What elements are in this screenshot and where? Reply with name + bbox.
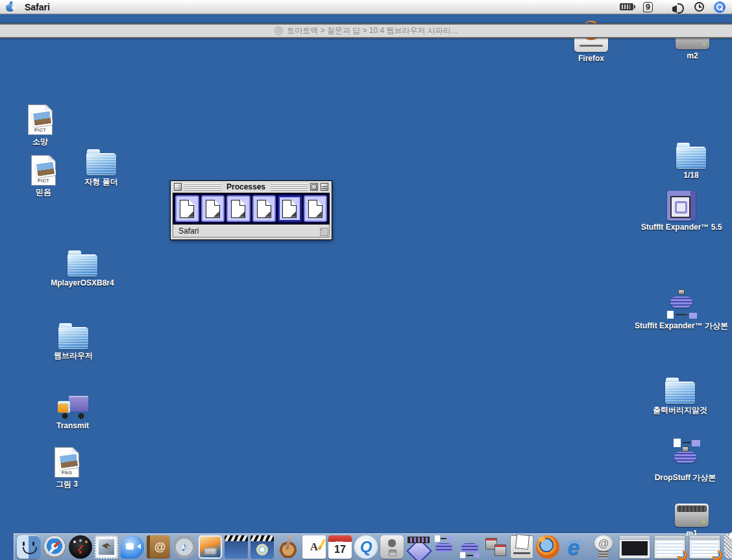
dock-quicktime[interactable]: Q (354, 535, 378, 559)
process-slot-4[interactable] (252, 195, 276, 222)
desktop-icon-folder-jahyeong[interactable]: 자형 폴더 (53, 143, 150, 186)
desktop-icon-folder-1-18[interactable]: 1/18 (642, 136, 732, 180)
dock-stuffit-dock[interactable] (458, 535, 482, 559)
dock-print-center[interactable] (510, 535, 533, 559)
desktop-icon-app-stuffit-expander-55[interactable]: StuffIt Expander™ 5.5 (633, 188, 730, 232)
dock-system-preferences[interactable] (380, 535, 404, 559)
process-slot-6[interactable] (304, 195, 328, 222)
collapsed-window-title: 토마토맥 > 질문과 답 > 10.4 웹브라우저 사파리... (287, 25, 458, 36)
menu-bar: Safari 9 (0, 0, 732, 14)
desktop-icon-drive-m1[interactable]: m1 (643, 494, 732, 538)
at-favicon-icon: @ (274, 27, 283, 35)
dock-safari[interactable] (43, 535, 66, 559)
dock-idvd[interactable] (250, 535, 274, 559)
processes-window-title: Processes (224, 182, 268, 191)
classic-environment-icon[interactable]: 9 (643, 2, 653, 12)
desktop-icon-alias-stuffit-expander[interactable]: Stuffit Expander™ 가상본 (633, 287, 730, 330)
document-icon (231, 200, 245, 218)
processes-window-titlebar[interactable]: Processes (173, 181, 330, 193)
document-icon (308, 200, 323, 218)
dock-emailer-classic[interactable]: @ (592, 535, 615, 559)
document-icon (206, 200, 220, 218)
dock-appleworks[interactable]: A (302, 535, 326, 559)
document-icon (282, 200, 297, 218)
active-app-menu[interactable]: Safari (19, 2, 59, 12)
dock-minimized-quicktime-window[interactable] (619, 535, 650, 559)
dock-classic-media[interactable] (406, 535, 430, 559)
close-box-icon[interactable] (174, 183, 182, 191)
selected-process-label: Safari (178, 226, 199, 236)
desktop-icon-folder-output-keep[interactable]: 출력버리지말것 (631, 371, 729, 415)
dock-firefox[interactable] (536, 535, 559, 559)
dock-iphoto[interactable] (199, 535, 222, 559)
dock-mail[interactable] (95, 535, 118, 559)
desktop-icon-pict-file-somang[interactable]: PICT 소망 (0, 103, 89, 146)
document-icon (257, 200, 271, 218)
dock-garageband[interactable] (276, 535, 300, 559)
processes-window: Processes Safari (170, 180, 332, 240)
dock-finder[interactable] (17, 535, 40, 559)
dock-ical[interactable]: 17 JUL (328, 535, 352, 559)
dock: @ ♪ A (14, 533, 732, 560)
volume-icon[interactable] (672, 3, 685, 12)
processes-status-bar: Safari (173, 225, 330, 237)
resize-grip[interactable] (320, 228, 328, 236)
desktop-icon-alias-dropstuff[interactable]: DropStuff 가상본 (637, 439, 732, 482)
desktop-icon-folder-webbrowser[interactable]: 웹브라우저 (25, 317, 122, 360)
apple-logo-icon (6, 2, 14, 12)
desktop-wallpaper[interactable]: Safari 9 @ 토마토맥 > 질문과 답 > 10.4 웹브라우저 사파리… (0, 0, 732, 560)
desktop-icon-folder-mplayerosx[interactable]: MplayerOSXB8r4 (34, 244, 131, 287)
dock-disk-copy[interactable] (484, 535, 507, 559)
apple-menu[interactable] (0, 2, 19, 12)
battery-icon[interactable] (620, 3, 633, 10)
dock-minimized-firefox-window-1[interactable] (654, 535, 685, 559)
dock-minimized-firefox-window-2[interactable] (689, 535, 720, 559)
dock-address-book[interactable]: @ (147, 535, 170, 559)
dock-imovie[interactable] (225, 535, 248, 559)
dock-itunes[interactable]: ♪ (173, 535, 196, 559)
document-icon (180, 200, 194, 218)
dock-dashboard[interactable] (69, 535, 92, 559)
zoom-box-icon[interactable] (310, 183, 318, 191)
process-slot-2[interactable] (201, 195, 225, 222)
desktop-icon-png-file-geurim-3[interactable]: PNG 그림 3 (18, 445, 116, 489)
desktop-icon-app-transmit[interactable]: Transmit (24, 387, 121, 430)
spotlight-icon[interactable] (714, 1, 726, 13)
dock-trash[interactable] (724, 534, 732, 559)
dock-dropstuff-dock[interactable] (432, 535, 456, 559)
process-slot-3[interactable] (226, 195, 250, 222)
process-slot-5[interactable] (278, 195, 302, 222)
dock-ichat[interactable] (121, 535, 144, 559)
windowshade-box-icon[interactable] (321, 183, 328, 191)
clock-icon[interactable] (694, 2, 704, 12)
collapsed-safari-window-titlebar[interactable]: @ 토마토맥 > 질문과 답 > 10.4 웹브라우저 사파리... (0, 23, 732, 38)
process-slot-1[interactable] (175, 195, 199, 222)
dock-internet-explorer[interactable]: e (562, 535, 585, 559)
